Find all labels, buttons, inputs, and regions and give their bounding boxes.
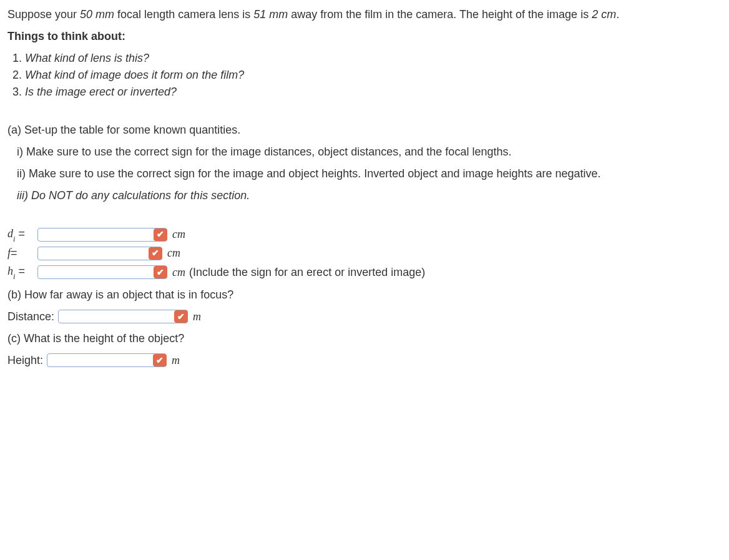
part-c-question: (c) What is the height of the object? xyxy=(7,330,722,347)
think-item: Is the image erect or inverted? xyxy=(25,86,177,98)
row-f: f= ✔ cm xyxy=(7,245,722,262)
di-symbol: d xyxy=(7,227,13,240)
f-equals: = xyxy=(11,247,17,259)
focal-length-value: 50 mm xyxy=(80,8,114,21)
di-subscript: i xyxy=(13,235,16,243)
height-unit: m xyxy=(172,352,180,369)
hi-label: hi = xyxy=(7,263,34,281)
distance-unit: m xyxy=(193,308,201,325)
part-a-i: i) Make sure to use the correct sign for… xyxy=(7,144,722,160)
part-a-iii: iii) Do NOT do any calculations for this… xyxy=(7,187,722,204)
image-height-value: 2 cm xyxy=(592,8,616,21)
row-di: di = ✔ cm xyxy=(7,225,722,243)
part-a-i-text: i) Make sure to use the correct sign for… xyxy=(7,145,511,158)
things-to-think-heading: Things to think about: xyxy=(7,28,722,45)
f-unit: cm xyxy=(167,245,180,262)
height-input[interactable] xyxy=(47,353,167,367)
check-icon[interactable]: ✔ xyxy=(174,310,188,323)
f-label: f= xyxy=(7,245,34,262)
part-a-ii: ii) Make sure to use the correct sign fo… xyxy=(7,165,722,182)
think-item: What kind of lens is this? xyxy=(25,52,149,64)
intro-text: focal length camera lens is xyxy=(114,8,253,21)
row-height: Height: ✔ m xyxy=(7,352,722,369)
hi-unit: cm xyxy=(172,264,185,281)
row-distance: Distance: ✔ m xyxy=(7,308,722,325)
part-a-iii-text: iii) Do NOT do any calculations for this… xyxy=(7,189,250,202)
di-unit: cm xyxy=(172,226,185,243)
distance-label: Distance: xyxy=(7,308,54,325)
check-icon[interactable]: ✔ xyxy=(154,266,167,278)
check-icon[interactable]: ✔ xyxy=(153,354,167,366)
intro-paragraph: Suppose your 50 mm focal length camera l… xyxy=(7,6,722,23)
hi-note: (Include the sign for an erect or invert… xyxy=(189,264,425,281)
distance-input[interactable] xyxy=(58,310,188,323)
part-a-heading: (a) Set-up the table for some known quan… xyxy=(7,122,722,139)
think-item: What kind of image does it form on the f… xyxy=(25,69,244,81)
check-icon[interactable]: ✔ xyxy=(149,247,162,260)
height-label: Height: xyxy=(7,352,43,369)
di-label: di = xyxy=(7,225,34,243)
check-icon[interactable]: ✔ xyxy=(154,228,167,241)
hi-subscript: i xyxy=(13,272,16,281)
hi-symbol: h xyxy=(7,265,13,277)
di-equals: = xyxy=(16,227,26,240)
intro-text: Suppose your xyxy=(7,8,80,21)
intro-text: . xyxy=(616,8,619,21)
row-hi: hi = ✔ cm (Include the sign for an erect… xyxy=(7,263,722,281)
f-input[interactable] xyxy=(37,247,162,260)
part-a-ii-text: ii) Make sure to use the correct sign fo… xyxy=(7,167,601,180)
hi-input[interactable] xyxy=(37,265,167,279)
hi-equals: = xyxy=(16,265,26,277)
di-input[interactable] xyxy=(37,228,167,242)
part-b-question: (b) How far away is an object that is in… xyxy=(7,287,722,303)
things-to-think-list: What kind of lens is this? What kind of … xyxy=(7,50,722,101)
intro-text: away from the film in the camera. The he… xyxy=(288,8,592,21)
lens-distance-value: 51 mm xyxy=(253,8,288,21)
